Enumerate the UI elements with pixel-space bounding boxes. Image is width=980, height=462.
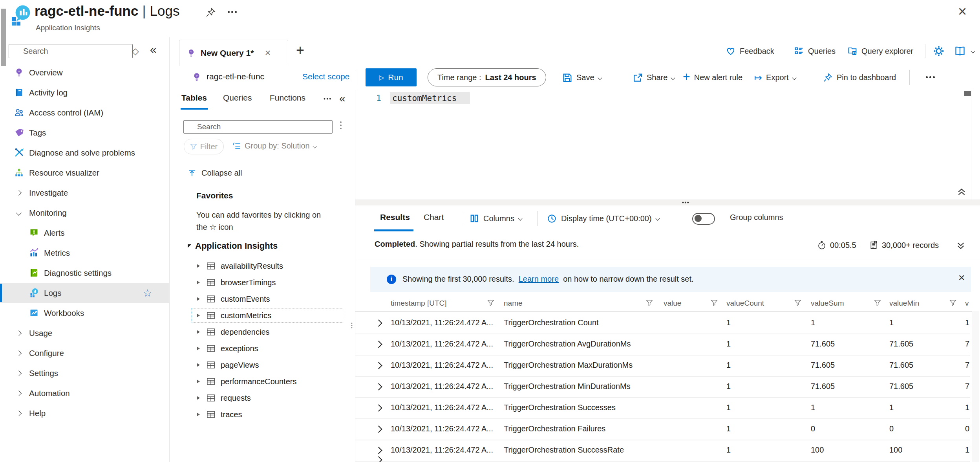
sidebar-item-investigate[interactable]: Investigate — [0, 183, 169, 203]
table-item-customMetrics[interactable]: customMetrics — [170, 307, 355, 324]
learn-more-link[interactable]: Learn more — [519, 275, 559, 283]
sidebar-item-logs[interactable]: Logs☆ — [0, 283, 169, 303]
more-commands-icon[interactable] — [926, 76, 928, 78]
column-header-value[interactable]: value — [664, 299, 681, 308]
sidebar-item-activity-log[interactable]: Activity log — [0, 82, 169, 103]
row-expander-icon[interactable] — [375, 447, 382, 454]
favorite-star-icon[interactable]: ☆ — [143, 287, 152, 299]
tree-expander-icon[interactable] — [197, 380, 200, 383]
sidebar-item-settings[interactable]: Settings — [0, 363, 169, 383]
table-item-browserTimings[interactable]: browserTimings — [170, 274, 355, 291]
export-button[interactable]: ↦ Export — [754, 65, 796, 90]
sidebar-item-diagnose-and-solve-problems[interactable]: Diagnose and solve problems — [0, 143, 169, 163]
tree-expander-icon[interactable] — [197, 346, 200, 350]
panel-more-icon[interactable] — [324, 98, 325, 100]
filter-funnel-icon[interactable] — [646, 299, 653, 306]
filter-funnel-icon[interactable] — [874, 299, 881, 306]
collapse-panel-icon[interactable]: « — [339, 92, 346, 105]
sidebar-item-configure[interactable]: Configure — [0, 343, 169, 363]
display-time-dropdown[interactable]: Display time (UTC+00:00) — [547, 205, 659, 231]
table-item-customEvents[interactable]: customEvents — [170, 291, 355, 307]
table-row[interactable]: 10/13/2021, 11:26:24.472 A...TriggerOrch… — [355, 440, 970, 462]
tab-queries[interactable]: Queries — [223, 93, 252, 103]
column-header-v[interactable]: v — [965, 299, 969, 308]
table-row[interactable]: 10/13/2021, 11:26:24.472 A...TriggerOrch… — [355, 377, 970, 398]
kql-query-editor[interactable]: 1 customMetrics — [355, 90, 980, 200]
tree-expander-icon[interactable] — [197, 280, 200, 284]
pin-to-dashboard-button[interactable]: Pin to dashboard — [823, 65, 896, 90]
new-tab-button[interactable]: + — [296, 42, 304, 59]
queries-button[interactable]: Queries — [794, 37, 836, 65]
share-button[interactable]: Share — [633, 65, 675, 90]
column-header-name[interactable]: name — [504, 299, 523, 308]
tab-tables[interactable]: Tables — [181, 93, 207, 103]
sidebar-search-input[interactable] — [9, 44, 133, 58]
diamond-icon[interactable]: ◇ — [132, 46, 139, 57]
panel-resize-handle[interactable] — [351, 323, 353, 324]
group-application-insights[interactable]: Application Insights — [188, 241, 278, 251]
tree-expander-icon[interactable] — [197, 314, 200, 317]
grid-scrollbar-thumb[interactable] — [1, 9, 6, 66]
collapse-sidebar-icon[interactable]: « — [150, 43, 157, 56]
group-columns-toggle[interactable] — [692, 213, 715, 225]
tree-expander-icon[interactable] — [197, 330, 200, 334]
sidebar-item-resource-visualizer[interactable]: Resource visualizer — [0, 163, 169, 183]
filter-funnel-icon[interactable] — [949, 299, 956, 306]
tree-expander-icon[interactable] — [197, 363, 200, 367]
table-row[interactable]: 10/13/2021, 11:26:24.472 A...TriggerOrch… — [355, 334, 970, 356]
tab-new-query[interactable]: New Query 1* × — [179, 40, 288, 66]
tables-search-input[interactable] — [183, 120, 333, 134]
query-explorer-button[interactable]: Query explorer — [847, 37, 913, 65]
grid-scrollbar-track[interactable] — [972, 311, 979, 462]
header-more-icon[interactable] — [228, 11, 230, 13]
sidebar-item-tags[interactable]: Tags — [0, 123, 169, 143]
row-expander-icon[interactable] — [375, 341, 382, 348]
group-by-dropdown[interactable]: Group by: Solution — [232, 141, 316, 150]
select-scope-link[interactable]: Select scope — [302, 72, 349, 81]
filter-funnel-icon[interactable] — [487, 299, 494, 306]
close-blade-icon[interactable]: × — [958, 3, 967, 20]
tab-functions[interactable]: Functions — [270, 93, 305, 103]
sidebar-item-overview[interactable]: Overview — [0, 62, 169, 82]
table-item-exceptions[interactable]: exceptions — [170, 340, 355, 357]
feedback-button[interactable]: Feedback — [726, 37, 774, 65]
columns-dropdown[interactable]: Columns — [470, 205, 522, 231]
row-expander-icon[interactable] — [375, 425, 382, 433]
filter-button[interactable]: Filter — [184, 139, 224, 154]
row-expander-icon[interactable] — [375, 404, 382, 411]
sidebar-item-automation[interactable]: Automation — [0, 383, 169, 403]
sidebar-item-metrics[interactable]: Metrics — [0, 243, 169, 263]
column-header-valueSum[interactable]: valueSum — [811, 299, 844, 308]
table-row[interactable]: 10/13/2021, 11:26:24.472 A...TriggerOrch… — [355, 313, 970, 334]
tab-chart[interactable]: Chart — [424, 213, 444, 222]
filter-funnel-icon[interactable] — [794, 299, 801, 306]
column-header-valueCount[interactable]: valueCount — [726, 299, 764, 308]
row-expander-icon[interactable] — [375, 383, 382, 390]
column-header-valueMin[interactable]: valueMin — [889, 299, 919, 308]
table-item-performanceCounters[interactable]: performanceCounters — [170, 373, 355, 390]
close-tab-icon[interactable]: × — [265, 47, 271, 59]
sidebar-item-alerts[interactable]: Alerts — [0, 223, 169, 243]
filter-funnel-icon[interactable] — [711, 299, 718, 306]
tree-expander-icon[interactable] — [197, 264, 200, 268]
run-button[interactable]: ▷Run — [366, 68, 417, 86]
search-options-icon[interactable] — [340, 121, 342, 123]
reference-book-button[interactable] — [954, 37, 975, 65]
tree-expander-icon[interactable] — [197, 412, 200, 416]
table-item-pageViews[interactable]: pageViews — [170, 357, 355, 373]
table-item-requests[interactable]: requests — [170, 390, 355, 406]
collapse-all-button[interactable]: Collapse all — [188, 169, 242, 178]
sidebar-item-access-control-iam[interactable]: Access control (IAM) — [0, 103, 169, 123]
table-item-dependencies[interactable]: dependencies — [170, 324, 355, 340]
table-row[interactable]: 10/13/2021, 11:26:24.472 A...TriggerOrch… — [355, 419, 970, 440]
settings-gear-button[interactable] — [933, 37, 945, 65]
sidebar-item-diagnostic-settings[interactable]: Diagnostic settings — [0, 263, 169, 283]
editor-results-splitter[interactable] — [355, 200, 980, 206]
column-header-timestamp-UTC-[interactable]: timestamp [UTC] — [391, 299, 447, 308]
collapse-editor-icon[interactable] — [957, 187, 966, 197]
table-row[interactable]: 10/13/2021, 11:26:24.472 A...TriggerOrch… — [355, 356, 970, 377]
time-range-picker[interactable]: Time range : Last 24 hours — [428, 68, 546, 86]
editor-scrollbar-thumb[interactable] — [964, 91, 971, 96]
new-alert-rule-button[interactable]: + New alert rule — [683, 65, 742, 90]
tree-expander-icon[interactable] — [197, 396, 200, 400]
